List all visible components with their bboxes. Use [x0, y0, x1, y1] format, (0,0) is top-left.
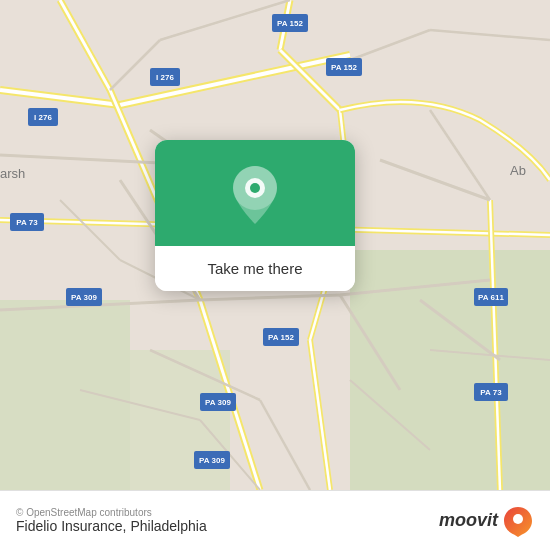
moovit-icon — [502, 505, 534, 537]
svg-point-79 — [250, 183, 260, 193]
svg-rect-1 — [350, 250, 550, 490]
svg-text:PA 73: PA 73 — [16, 218, 38, 227]
card-top — [155, 140, 355, 246]
svg-text:PA 73: PA 73 — [480, 388, 502, 397]
take-me-there-card: Take me there — [155, 140, 355, 291]
svg-text:I 276: I 276 — [156, 73, 174, 82]
location-name: Fidelio Insurance, Philadelphia — [16, 518, 207, 534]
take-me-there-button[interactable]: Take me there — [155, 246, 355, 291]
svg-rect-2 — [0, 300, 130, 490]
svg-text:PA 309: PA 309 — [199, 456, 225, 465]
moovit-text: moovit — [439, 510, 498, 531]
svg-text:Ab: Ab — [510, 163, 526, 178]
svg-text:PA 611: PA 611 — [478, 293, 504, 302]
osm-credit: © OpenStreetMap contributors — [16, 507, 207, 518]
location-pin-icon — [229, 164, 281, 226]
svg-text:PA 309: PA 309 — [205, 398, 231, 407]
svg-text:PA 152: PA 152 — [268, 333, 294, 342]
location-info: © OpenStreetMap contributors Fidelio Ins… — [16, 507, 207, 534]
svg-text:PA 309: PA 309 — [71, 293, 97, 302]
svg-text:PA 152: PA 152 — [277, 19, 303, 28]
svg-point-80 — [513, 514, 523, 524]
bottom-bar: © OpenStreetMap contributors Fidelio Ins… — [0, 490, 550, 550]
svg-text:PA 152: PA 152 — [331, 63, 357, 72]
svg-text:arsh: arsh — [0, 166, 25, 181]
svg-text:I 276: I 276 — [34, 113, 52, 122]
moovit-logo: moovit — [439, 505, 534, 537]
